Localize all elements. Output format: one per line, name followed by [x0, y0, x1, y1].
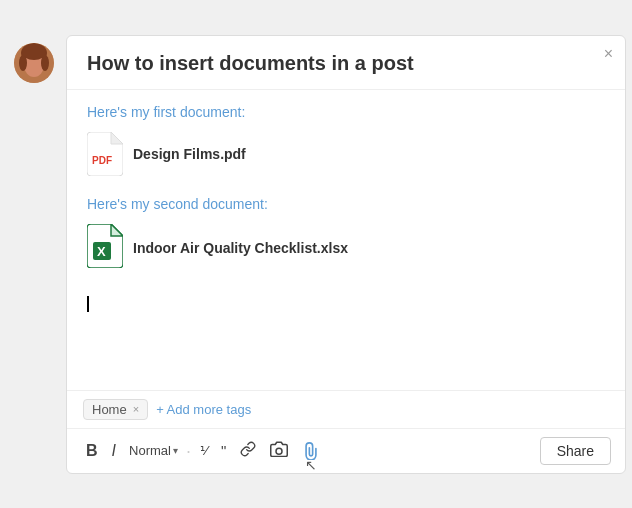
section-2-label: Here's my second document: [87, 196, 605, 212]
tag-home[interactable]: Home × [83, 399, 148, 420]
post-title: How to insert documents in a post [67, 36, 625, 90]
svg-point-9 [276, 448, 282, 454]
link-icon [240, 441, 256, 460]
blockquote-button[interactable]: " [216, 439, 231, 462]
link-button[interactable] [235, 438, 261, 463]
editor-toolbar: B I Normal ▾ · ⅟ " [67, 428, 625, 473]
tag-home-close[interactable]: × [133, 403, 139, 415]
add-tags-link[interactable]: + Add more tags [156, 402, 251, 417]
text-cursor [87, 296, 89, 312]
section-1-label: Here's my first document: [87, 104, 605, 120]
pdf-filename: Design Films.pdf [133, 146, 246, 162]
mouse-cursor-icon: ↖ [305, 457, 317, 473]
post-card: × How to insert documents in a post Here… [66, 35, 626, 474]
camera-icon [270, 441, 288, 460]
avatar [14, 43, 54, 83]
italic-button[interactable]: I [107, 439, 121, 463]
post-body[interactable]: Here's my first document: PDF Design Fil… [67, 90, 625, 390]
font-style-dropdown[interactable]: Normal ▾ [125, 440, 182, 461]
toolbar-divider-1: · [186, 442, 191, 460]
attachment-button[interactable]: ↖ [297, 439, 325, 463]
document-item-xlsx: X Indoor Air Quality Checklist.xlsx [87, 224, 605, 272]
svg-point-4 [19, 55, 27, 71]
font-style-label: Normal [129, 443, 171, 458]
pdf-icon: PDF [87, 132, 123, 176]
share-button[interactable]: Share [540, 437, 611, 465]
tag-home-label: Home [92, 402, 127, 417]
svg-point-5 [41, 55, 49, 71]
ordered-list-button[interactable]: ⅟ [195, 440, 212, 461]
bold-button[interactable]: B [81, 439, 103, 463]
close-button[interactable]: × [604, 46, 613, 62]
document-item-pdf: PDF Design Films.pdf [87, 132, 605, 176]
xlsx-filename: Indoor Air Quality Checklist.xlsx [133, 240, 348, 256]
list-icon: ⅟ [200, 443, 207, 458]
xlsx-icon: X [87, 224, 123, 272]
chevron-down-icon: ▾ [173, 445, 178, 456]
tags-bar: Home × + Add more tags [67, 390, 625, 428]
image-button[interactable] [265, 438, 293, 463]
quote-icon: " [221, 442, 226, 459]
svg-text:PDF: PDF [92, 155, 112, 166]
svg-text:X: X [97, 244, 106, 259]
